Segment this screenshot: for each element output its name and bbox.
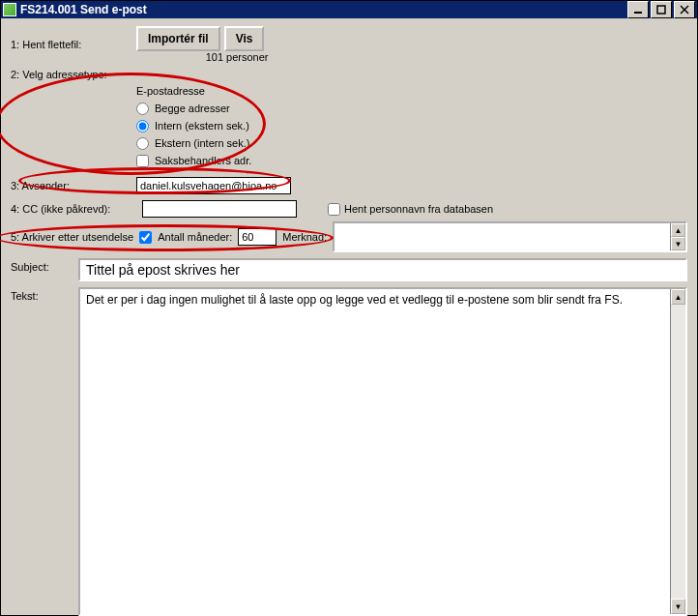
radio-ekstern[interactable]: Ekstern (intern sek.)	[136, 134, 687, 152]
import-file-button[interactable]: Importér fil	[136, 26, 220, 51]
cc-input[interactable]	[142, 200, 297, 218]
minimize-icon	[633, 5, 643, 15]
checkbox-saks-label: Saksbehandlers adr.	[155, 155, 251, 166]
row3-label: 3: Avsender:	[11, 180, 136, 191]
maximize-icon	[656, 5, 666, 15]
radio-intern[interactable]: Intern (ekstern sek.)	[136, 117, 687, 134]
merknad-label: Merknad:	[282, 231, 327, 243]
window-title: FS214.001 Send e-post	[20, 3, 627, 16]
archive-checkbox[interactable]	[139, 231, 152, 244]
close-button[interactable]	[674, 1, 695, 18]
checkbox-hent-label: Hent personnavn fra databasen	[344, 203, 493, 215]
row2-label: 2: Velg adressetype:	[11, 69, 136, 80]
months-label: Antall måneder:	[158, 231, 232, 243]
merknad-text	[334, 223, 670, 250]
scroll-down-button[interactable]: ▼	[671, 237, 685, 250]
adrtype-header: E-postadresse	[136, 82, 687, 100]
checkbox-saks-input[interactable]	[136, 155, 149, 167]
radio-ekstern-input[interactable]	[136, 137, 149, 150]
body-scroll-track[interactable]	[671, 305, 685, 599]
minimize-button[interactable]	[627, 1, 649, 18]
body-scroll-up[interactable]: ▲	[671, 289, 685, 305]
radio-begge[interactable]: Begge adresser	[136, 100, 687, 117]
subject-input[interactable]	[78, 258, 687, 281]
radio-begge-label: Begge adresser	[155, 103, 230, 114]
subject-label: Subject:	[11, 258, 78, 273]
person-count: 101 personer	[140, 51, 268, 63]
radio-ekstern-label: Ekstern (intern sek.)	[155, 137, 249, 149]
vis-button[interactable]: Vis	[224, 26, 265, 51]
merknad-field[interactable]: ▲ ▼	[333, 221, 687, 252]
row4-label: 4: CC (ikke påkrevd):	[11, 203, 136, 215]
content-area: 1: Hent flettefil: Importér fil Vis 101 …	[1, 18, 697, 616]
row1-label: 1: Hent flettefil:	[11, 39, 136, 50]
scroll-up-button[interactable]: ▲	[671, 223, 685, 237]
titlebar: FS214.001 Send e-post	[1, 1, 697, 18]
months-input[interactable]	[238, 228, 276, 246]
app-icon	[3, 3, 16, 16]
svg-rect-0	[634, 12, 642, 14]
merknad-scrollbar[interactable]: ▲ ▼	[670, 223, 685, 250]
body-label: Tekst:	[11, 287, 78, 302]
svg-rect-1	[657, 6, 665, 14]
window: FS214.001 Send e-post 1: Hent flettefil:…	[0, 0, 698, 616]
checkbox-saks[interactable]: Saksbehandlers adr.	[136, 152, 687, 169]
maximize-button[interactable]	[651, 1, 672, 18]
radio-begge-input[interactable]	[136, 103, 149, 115]
sender-input[interactable]	[136, 177, 291, 194]
close-icon	[680, 5, 689, 15]
body-scroll-down[interactable]: ▼	[671, 599, 685, 614]
body-scrollbar[interactable]: ▲ ▼	[670, 289, 685, 614]
row5-label: 5: Arkiver etter utsendelse	[11, 231, 133, 243]
checkbox-hent-input[interactable]	[328, 203, 340, 216]
checkbox-hent[interactable]: Hent personnavn fra databasen	[328, 203, 493, 216]
radio-intern-label: Intern (ekstern sek.)	[155, 120, 249, 132]
body-textarea[interactable]	[80, 289, 670, 614]
radio-intern-input[interactable]	[136, 120, 149, 132]
